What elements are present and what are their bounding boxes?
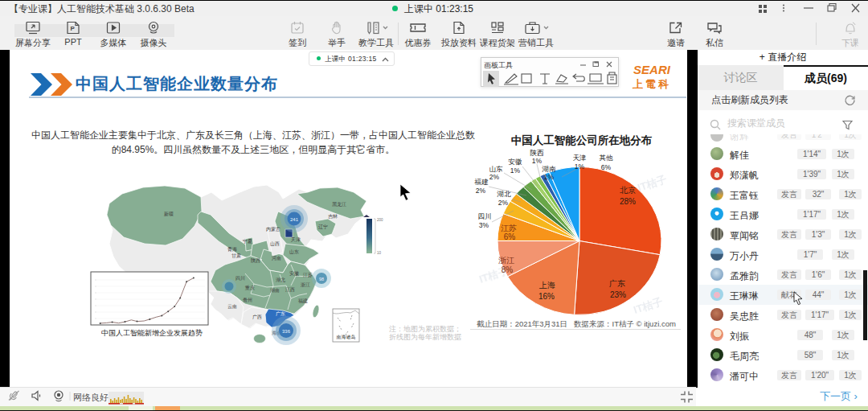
svg-text:辽宁: 辽宁 (318, 224, 328, 229)
svg-text:福建: 福建 (298, 298, 308, 304)
svg-text:IT桔子: IT桔子 (477, 265, 510, 286)
svg-text:四川: 四川 (235, 276, 245, 282)
svg-text:IT桔子: IT桔子 (636, 173, 668, 194)
svg-text:6%: 6% (504, 232, 516, 241)
svg-text:广东: 广东 (609, 279, 625, 288)
svg-text:200: 200 (377, 218, 383, 222)
svg-text:新疆: 新疆 (164, 211, 174, 217)
svg-text:2%: 2% (476, 187, 486, 195)
svg-text:10: 10 (377, 251, 382, 255)
svg-text:2%: 2% (498, 199, 509, 207)
svg-text:福建: 福建 (474, 178, 489, 186)
svg-text:山东: 山东 (489, 165, 504, 173)
svg-text:1%: 1% (575, 162, 585, 171)
svg-text:98: 98 (319, 277, 324, 282)
svg-text:青海: 青海 (227, 247, 237, 252)
svg-text:中国人工智能新增企业发展趋势: 中国人工智能新增企业发展趋势 (101, 329, 203, 337)
svg-text:黑龙江: 黑龙江 (332, 202, 346, 207)
svg-text:28%: 28% (620, 197, 636, 206)
svg-text:湖北: 湖北 (497, 190, 512, 198)
svg-text:北京: 北京 (620, 186, 636, 195)
svg-text:南海诸岛: 南海诸岛 (337, 335, 356, 340)
svg-text:1%: 1% (532, 157, 542, 165)
svg-text:湖南: 湖南 (542, 165, 557, 173)
svg-text:四川: 四川 (478, 212, 492, 220)
svg-text:241: 241 (290, 217, 299, 222)
svg-text:3%: 3% (479, 221, 489, 229)
svg-text:安徽: 安徽 (289, 270, 299, 277)
svg-text:山东: 山东 (289, 249, 299, 254)
svg-text:江苏: 江苏 (501, 224, 517, 232)
svg-text:浙江: 浙江 (301, 282, 310, 287)
svg-text:重庆: 重庆 (244, 285, 255, 290)
svg-text:内蒙古: 内蒙古 (266, 227, 280, 232)
svg-text:宁夏: 宁夏 (243, 238, 252, 245)
svg-text:1%: 1% (544, 173, 555, 181)
svg-text:1%: 1% (510, 166, 521, 175)
svg-text:江西: 江西 (285, 287, 295, 293)
svg-text:安徽: 安徽 (509, 158, 523, 166)
svg-text:湖南: 湖南 (270, 288, 280, 293)
svg-text:IT桔子: IT桔子 (632, 295, 664, 316)
svg-text:贵州: 贵州 (243, 298, 252, 303)
svg-text:山西: 山西 (270, 241, 280, 247)
svg-text:2%: 2% (489, 173, 500, 181)
svg-text:湖北: 湖北 (276, 277, 285, 283)
svg-text:16%: 16% (538, 292, 555, 301)
svg-text:陕西: 陕西 (251, 257, 260, 264)
svg-text:336: 336 (282, 329, 291, 334)
svg-text:广西: 广西 (252, 314, 262, 320)
svg-text:浙江: 浙江 (498, 256, 514, 265)
svg-text:P: P (71, 25, 76, 32)
svg-text:甘肃: 甘肃 (231, 253, 241, 258)
svg-text:上海: 上海 (538, 281, 555, 290)
svg-text:其他: 其他 (600, 154, 614, 162)
svg-text:河南: 河南 (272, 256, 281, 261)
svg-text:天津: 天津 (573, 154, 587, 162)
svg-text:江苏: 江苏 (303, 272, 313, 277)
svg-text:陕西: 陕西 (530, 150, 545, 157)
svg-text:广东: 广东 (276, 310, 285, 316)
svg-text:吉林: 吉林 (328, 214, 338, 220)
svg-text:6%: 6% (601, 163, 612, 171)
svg-text:云南: 云南 (227, 304, 237, 309)
svg-text:23%: 23% (610, 290, 626, 299)
svg-text:天津: 天津 (291, 237, 301, 242)
